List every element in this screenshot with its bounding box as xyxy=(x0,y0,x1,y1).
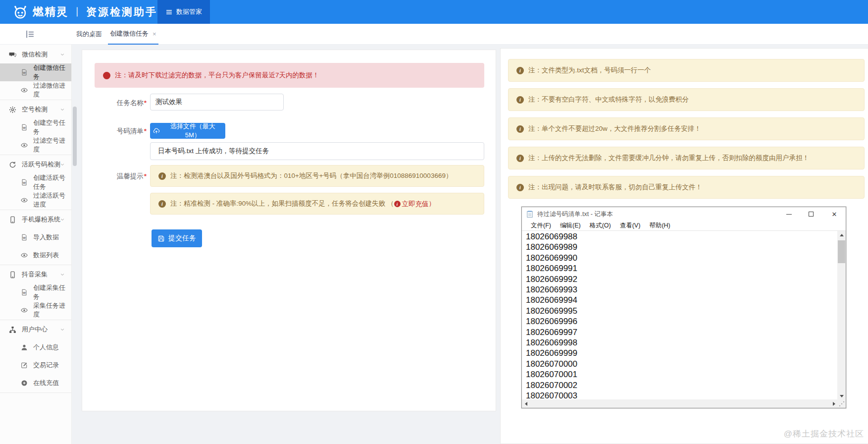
mobile-icon xyxy=(9,271,16,278)
phone-number-line: 18026070003 xyxy=(526,390,830,400)
sidebar-item-create-active-number-task[interactable]: 创建活跃号任务 xyxy=(0,173,71,191)
menu-file[interactable]: 文件(F) xyxy=(526,222,556,230)
divider xyxy=(0,392,71,393)
sidebar-item-create-wechat-task[interactable]: 创建微信任务 xyxy=(0,63,71,81)
watermark: @稀土掘金技术社区 xyxy=(784,428,864,440)
note-file-size-limit: i注：单个文件不要超过20w，大文件推荐分割多任务安排！ xyxy=(508,117,865,140)
scroll-left-button[interactable] xyxy=(522,399,530,408)
phone-number-line: 18026069991 xyxy=(526,263,830,274)
eye-icon xyxy=(21,87,28,94)
recharge-now-link[interactable]: i立即充值 xyxy=(394,200,429,209)
sidebar-item-empty-number-progress[interactable]: 过滤空号进度 xyxy=(0,136,71,154)
sidebar-section-wechat-check[interactable]: 微信检测 xyxy=(0,46,71,63)
sidebar-section-douyin-collect[interactable]: 抖音采集 xyxy=(0,266,71,283)
upload-status-box: 日本号码.txt 上传成功，等待提交任务 xyxy=(150,142,484,160)
vertical-scrollbar-thumb[interactable] xyxy=(73,107,77,166)
tab-create-wechat-task[interactable]: 创建微信任务 × xyxy=(108,24,158,45)
phone-number-line: 18026069994 xyxy=(526,295,830,305)
notepad-icon xyxy=(526,210,534,218)
menu-help[interactable]: 帮助(H) xyxy=(645,222,674,230)
divider xyxy=(0,155,71,155)
plus-circle-icon xyxy=(21,380,28,387)
cloud-upload-icon xyxy=(153,127,160,134)
menu-view[interactable]: 查看(V) xyxy=(615,222,645,230)
phone-number-line: 18026069997 xyxy=(526,327,830,337)
data-manager-button[interactable]: 数据管家 xyxy=(157,0,210,24)
info-icon: i xyxy=(158,172,166,180)
chevron-down-icon xyxy=(59,217,65,222)
gear-icon xyxy=(9,106,16,113)
sidebar-item-data-list[interactable]: 数据列表 xyxy=(0,246,71,264)
sidebar-collapse-button[interactable] xyxy=(24,29,37,40)
chevron-down-icon xyxy=(59,272,65,278)
minimize-button[interactable] xyxy=(779,207,799,221)
phone-number-line: 18026069999 xyxy=(526,348,830,358)
eye-icon xyxy=(21,197,28,204)
menu-edit[interactable]: 编辑(E) xyxy=(556,222,585,230)
info-icon: i xyxy=(516,155,524,162)
retention-warning-alert: i 注：请及时下载过滤完的数据，平台只为客户保留最近7天内的数据！ xyxy=(95,63,484,88)
save-icon xyxy=(157,235,165,242)
user-icon xyxy=(21,344,28,351)
sidebar-item-online-recharge[interactable]: 在线充值 xyxy=(0,374,71,392)
file-doc-icon xyxy=(21,124,28,131)
resize-grip[interactable] xyxy=(837,399,846,408)
close-tab-icon[interactable]: × xyxy=(153,31,156,37)
chevron-down-icon xyxy=(59,107,65,112)
sidebar-item-create-empty-number-task[interactable]: 创建空号任务 xyxy=(0,118,71,136)
sidebar-item-wechat-filter-progress[interactable]: 过滤微信进度 xyxy=(0,81,71,99)
info-icon: i xyxy=(516,67,524,74)
sidebar-item-personal-info[interactable]: 个人信息 xyxy=(0,338,71,356)
tips-label: 温馨提示* xyxy=(87,172,147,181)
file-doc-icon xyxy=(21,234,28,241)
brand-logo-icon xyxy=(12,3,29,20)
phone-number-line: 18026069988 xyxy=(526,231,830,242)
file-doc-icon xyxy=(21,179,28,186)
choose-file-button[interactable]: 选择文件（最大5M） xyxy=(150,123,225,139)
vertical-scrollbar-thumb[interactable] xyxy=(838,240,845,263)
notepad-vertical-scrollbar[interactable] xyxy=(837,231,846,400)
note-no-whitespace: i注：不要有空白字符、中文或特殊字符，以免浪费积分 xyxy=(508,88,865,111)
phone-number-line: 18026069995 xyxy=(526,306,830,316)
mobile-icon xyxy=(9,216,16,223)
top-header: 燃精灵 丨 资源检测助手 数据管家 xyxy=(0,0,868,24)
maximize-button[interactable] xyxy=(801,207,821,221)
sidebar-section-user-center[interactable]: 用户中心 xyxy=(0,321,71,338)
divider xyxy=(0,210,71,210)
edit-icon xyxy=(21,362,28,369)
scroll-up-button[interactable] xyxy=(837,231,846,239)
notes-panel: i注：文件类型为.txt文档，号码须一行一个 i注：不要有空白字符、中文或特殊字… xyxy=(500,48,868,444)
sidebar-item-transaction-records[interactable]: 交易记录 xyxy=(0,356,71,374)
tab-bar: 我的桌面 创建微信任务 × xyxy=(0,24,868,45)
sidebar-item-import-data[interactable]: 导入数据 xyxy=(0,228,71,246)
app-title: 资源检测助手 xyxy=(86,5,157,19)
close-button[interactable]: ✕ xyxy=(824,207,844,221)
phone-number-line: 18026069996 xyxy=(526,316,830,327)
phone-number-line: 18026070002 xyxy=(526,380,830,390)
tab-my-desktop[interactable]: 我的桌面 xyxy=(74,24,104,45)
eye-icon xyxy=(21,142,28,149)
phone-number-line: 18026069998 xyxy=(526,337,830,348)
submit-task-button[interactable]: 提交任务 xyxy=(152,229,202,247)
accuracy-tip-note: i 注：精准检测 - 准确率:90%以上，如果扫描额度不足，任务将会创建失败 （… xyxy=(150,193,484,215)
task-name-input[interactable] xyxy=(150,94,284,111)
info-icon: i xyxy=(103,72,110,79)
menu-format[interactable]: 格式(O) xyxy=(585,222,615,230)
sidebar-section-phone-fans-system[interactable]: 手机爆粉系统 xyxy=(0,211,71,228)
comments-icon xyxy=(9,51,16,58)
note-contact-support: i注：出现问题，请及时联系客服，切勿自己重复上传文件！ xyxy=(508,176,865,199)
phone-number-line: 18026070000 xyxy=(526,359,830,369)
notepad-text-area[interactable]: 18026069988 18026069989 18026069990 1802… xyxy=(522,231,830,400)
sidebar-item-collect-task-progress[interactable]: 采集任务进度 xyxy=(0,301,71,319)
divider xyxy=(0,265,71,265)
notepad-horizontal-scrollbar[interactable] xyxy=(522,399,838,408)
sidebar-item-active-number-progress[interactable]: 过滤活跃号进度 xyxy=(0,191,71,209)
notepad-window-title: 待过滤号码清单.txt - 记事本 xyxy=(537,210,613,219)
chevron-down-icon xyxy=(59,327,65,333)
sidebar: 微信检测 创建微信任务 过滤微信进度 空号检测 创建空号任务 过滤空号进度 xyxy=(0,45,72,444)
sidebar-item-create-collect-task[interactable]: 创建采集任务 xyxy=(0,283,71,301)
sidebar-section-active-number-check[interactable]: 活跃号码检测 xyxy=(0,156,71,173)
info-icon: i xyxy=(394,201,401,207)
file-doc-icon xyxy=(21,289,28,296)
sidebar-section-empty-number-check[interactable]: 空号检测 xyxy=(0,101,71,118)
